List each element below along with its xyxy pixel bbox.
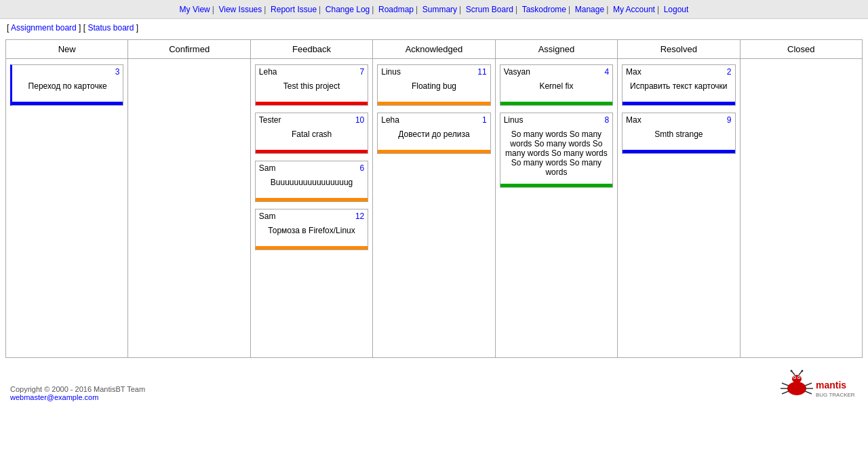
card-title: Исправить текст карточки <box>623 79 734 99</box>
card-bar <box>623 102 734 105</box>
card-assignee: Max <box>626 115 642 125</box>
issue-card-header: Leha 7 <box>256 65 368 79</box>
nav-scrum-board[interactable]: Scrum Board <box>466 5 513 14</box>
svg-line-10 <box>782 383 789 386</box>
card-assignee: Sam <box>259 163 276 173</box>
nav-logout[interactable]: Logout <box>664 5 689 14</box>
card-id-link[interactable]: 2 <box>727 67 732 77</box>
col-header-new: New <box>6 40 128 58</box>
top-navigation: My View| View Issues| Report Issue| Chan… <box>0 0 868 19</box>
issue-card-header: Sam 6 <box>256 161 368 175</box>
card-bar <box>256 246 368 249</box>
board-header: New Confirmed Feedback Acknowledged Assi… <box>6 40 862 59</box>
card-id-link[interactable]: 11 <box>477 67 486 77</box>
card-assignee: Leha <box>259 67 277 77</box>
card-title: Floating bug <box>378 79 490 99</box>
breadcrumb: [ Assignment board ] [ Status board ] <box>0 19 868 37</box>
svg-point-0 <box>787 382 806 395</box>
card-bar <box>256 150 368 153</box>
card-id-link[interactable]: 3 <box>115 67 120 77</box>
breadcrumb-separator: ] [ <box>79 23 85 33</box>
card-bar <box>500 184 612 187</box>
card-id-link[interactable]: 7 <box>360 67 365 77</box>
card-assignee: Linus <box>381 67 401 77</box>
card-assignee: Linus <box>504 115 524 125</box>
nav-manage[interactable]: Manage <box>575 5 604 14</box>
svg-text:BUG TRACKER: BUG TRACKER <box>816 392 855 398</box>
col-header-acknowledged: Acknowledged <box>373 40 495 58</box>
nav-my-account[interactable]: My Account <box>613 5 655 14</box>
issue-card: Linus 11 Floating bug <box>377 64 490 106</box>
issue-card-header: 3 <box>12 65 123 79</box>
svg-point-9 <box>802 370 804 372</box>
card-title: Fatal crash <box>256 127 368 147</box>
card-bar <box>623 150 734 153</box>
card-bar <box>500 102 612 105</box>
card-assignee: Tester <box>259 115 281 125</box>
card-id-link[interactable]: 12 <box>355 212 364 221</box>
card-title: Тормоза в Firefox/Linux <box>256 223 368 243</box>
breadcrumb-prefix: [ <box>7 23 9 33</box>
nav-taskodrome[interactable]: Taskodrome <box>522 5 566 14</box>
footer: Copyright © 2000 - 2016 MantisBT Team we… <box>0 378 868 408</box>
col-header-feedback: Feedback <box>251 40 373 58</box>
card-assignee: Leha <box>381 115 399 125</box>
breadcrumb-suffix: ] <box>136 23 138 33</box>
svg-point-4 <box>794 377 795 378</box>
card-bar <box>378 102 490 105</box>
nav-view-issues[interactable]: View Issues <box>218 5 262 14</box>
board-body: 3 Переход по карточке Leha 7 Test this p… <box>6 59 862 357</box>
card-assignee: Max <box>626 67 642 77</box>
issue-card-header: Linus 8 <box>500 113 612 127</box>
issue-card-header: Sam 12 <box>256 209 368 223</box>
col-header-assigned: Assigned <box>496 40 618 58</box>
card-title: Переход по карточке <box>12 79 123 99</box>
card-bar <box>256 102 368 105</box>
card-id-link[interactable]: 10 <box>355 115 364 125</box>
svg-line-13 <box>805 383 812 386</box>
nav-report-issue[interactable]: Report Issue <box>271 5 317 14</box>
issue-card-header: Leha 1 <box>378 113 490 127</box>
footer-email[interactable]: webmaster@example.com <box>10 393 98 401</box>
nav-roadmap[interactable]: Roadmap <box>378 5 414 14</box>
breadcrumb-assignment-board[interactable]: Assignment board <box>11 23 77 33</box>
card-bar <box>378 150 490 153</box>
board-container: New Confirmed Feedback Acknowledged Assi… <box>5 39 863 358</box>
issue-card-header: Linus 11 <box>378 65 490 79</box>
card-title: Вuuuuuuuuuuuuuuuug <box>256 175 368 195</box>
nav-my-view[interactable]: My View <box>180 5 210 14</box>
issue-card: Max 2 Исправить текст карточки <box>622 64 735 106</box>
card-id-link[interactable]: 8 <box>604 115 609 125</box>
card-title: Test this project <box>256 79 368 99</box>
svg-line-12 <box>782 391 789 394</box>
issue-card: Max 9 Smth strange <box>622 113 735 154</box>
issue-card-header: Tester 10 <box>256 113 368 127</box>
svg-line-15 <box>805 391 812 394</box>
card-title: Довести до релиза <box>378 127 490 147</box>
col-header-confirmed: Confirmed <box>128 40 250 58</box>
issue-card-header: Max 9 <box>623 113 734 127</box>
card-id-link[interactable]: 4 <box>604 67 609 77</box>
svg-text:mantis: mantis <box>816 380 846 390</box>
card-id-link[interactable]: 9 <box>727 115 732 125</box>
issue-card: Tester 10 Fatal crash <box>255 113 368 154</box>
nav-summary[interactable]: Summary <box>422 5 457 14</box>
svg-point-1 <box>792 375 802 383</box>
footer-copyright: Copyright © 2000 - 2016 MantisBT Team <box>10 385 858 393</box>
card-id-link[interactable]: 6 <box>360 163 365 173</box>
col-header-resolved: Resolved <box>618 40 740 58</box>
issue-card-header: Max 2 <box>623 65 734 79</box>
issue-card: Linus 8 So many words So many words So m… <box>500 113 613 188</box>
mantis-logo: mantis BUG TRACKER <box>776 369 858 405</box>
col-header-closed: Closed <box>741 40 862 58</box>
card-assignee: Sam <box>259 212 276 221</box>
breadcrumb-status-board[interactable]: Status board <box>87 23 134 33</box>
card-id-link[interactable]: 1 <box>482 115 487 125</box>
nav-change-log[interactable]: Change Log <box>326 5 370 14</box>
card-title: So many words So many words So many word… <box>500 127 612 181</box>
issue-card: Leha 7 Test this project <box>255 64 368 106</box>
board-col-resolved: Max 2 Исправить текст карточки Max 9 Smt… <box>618 59 740 357</box>
card-bar <box>256 198 368 201</box>
issue-card-header: Vasyan 4 <box>500 65 612 79</box>
issue-card: Vasyan 4 Kernel fix <box>500 64 613 106</box>
